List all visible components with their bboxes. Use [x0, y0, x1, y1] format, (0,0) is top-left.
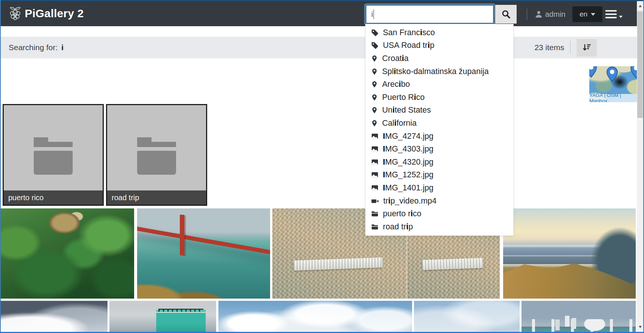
scroll-down-button[interactable] — [637, 322, 643, 332]
map-pin-icon — [628, 66, 638, 81]
suggestion-text: puerto rico — [383, 209, 421, 219]
raspberry-pi-icon — [8, 6, 22, 21]
pigallery2-app-window: PiGallery 2 i admin en — [0, 0, 644, 333]
suggestion-text: San Francisco — [383, 28, 435, 37]
map-pin-icon — [628, 66, 638, 80]
search-suggestion-item[interactable]: IMG_1252.jpg — [366, 169, 513, 182]
language-selected: en — [580, 10, 587, 18]
search-button[interactable] — [495, 5, 517, 24]
folder-tile-road-trip[interactable]: road trip — [106, 104, 207, 206]
navbar: PiGallery 2 i admin en — [0, 0, 637, 26]
folder-tile-puerto-rico[interactable]: puerto rico — [3, 104, 104, 206]
suggestion-text: Puerto Rico — [382, 93, 425, 102]
search-dropdown: San Francisco USA Road trip Croatia Spli… — [365, 24, 514, 236]
username-label: admin — [545, 10, 565, 19]
search-input[interactable]: i — [366, 5, 494, 24]
image-icon — [371, 184, 379, 192]
suggestion-text: Splitsko-dalmatinska županija — [382, 67, 489, 76]
map-pin-icon — [589, 66, 599, 80]
app-title: PiGallery 2 — [25, 7, 84, 20]
image-icon — [371, 132, 379, 140]
search-suggestion-item[interactable]: Puerto Rico — [366, 91, 513, 104]
suggestion-text: IMG_1252.jpg — [383, 170, 433, 180]
map-pin-icon — [589, 66, 599, 79]
search-status-bar: Searching for: i 23 items — [1, 37, 637, 58]
map-thumbnail[interactable]: YAGA | OSM | Mapbox — [589, 66, 638, 102]
photo-thumbnail-golden-gate-bridge[interactable] — [137, 208, 270, 299]
location-pin-icon — [371, 119, 378, 127]
video-icon — [371, 197, 379, 205]
suggestion-text: Arecibo — [382, 80, 410, 89]
suggestion-text: IMG_4274.jpg — [383, 132, 433, 141]
scrollbar-thumb[interactable] — [637, 11, 643, 118]
folder-icon — [34, 137, 73, 175]
search-suggestion-item[interactable]: Croatia — [366, 52, 513, 65]
folder-icon — [371, 223, 379, 231]
searching-for-label: Searching for: — [9, 43, 58, 52]
search-suggestion-item[interactable]: Splitsko-dalmatinska županija — [366, 65, 513, 78]
search-suggestion-item[interactable]: USA Road trip — [366, 39, 513, 52]
search-suggestion-item[interactable]: IMG_4320.jpg — [366, 156, 513, 169]
user-menu[interactable]: admin — [535, 1, 565, 27]
search-input-value: i — [371, 10, 373, 19]
photo-thumbnail-san-juan[interactable] — [521, 301, 636, 332]
search-suggestion-item[interactable]: United States — [366, 104, 513, 117]
search-query: i — [61, 43, 64, 52]
suggestion-text: United States — [382, 106, 431, 115]
sort-amount-down-icon — [582, 43, 592, 53]
suggestion-text: IMG_4303.jpg — [383, 144, 433, 154]
folder-caption: road trip — [107, 190, 206, 205]
search-suggestion-item[interactable]: IMG_1401.jpg — [366, 181, 513, 195]
suggestion-text: IMG_4320.jpg — [383, 158, 433, 167]
search-suggestion-item[interactable]: trip_video.mp4 — [366, 195, 513, 208]
location-pin-icon — [371, 106, 378, 114]
search-suggestion-item[interactable]: IMG_4303.jpg — [366, 143, 513, 156]
suggestion-text: IMG_1401.jpg — [383, 183, 433, 193]
photo-thumbnail-storm-clouds[interactable] — [0, 301, 108, 332]
status-divider — [570, 41, 571, 54]
magnifier-icon — [501, 9, 511, 19]
person-icon — [535, 10, 543, 18]
arrow-down-icon — [639, 326, 642, 328]
language-selector[interactable]: en — [572, 6, 602, 22]
image-icon — [371, 171, 379, 179]
photo-thumbnail-teal-building[interactable] — [109, 301, 216, 332]
chevron-down-icon — [619, 16, 623, 18]
suggestion-text: road trip — [383, 222, 413, 232]
item-count: 23 items — [535, 43, 564, 52]
search-suggestion-item[interactable]: IMG_4274.jpg — [366, 130, 513, 143]
search-suggestion-item[interactable]: California — [366, 117, 513, 130]
folder-icon — [137, 137, 176, 175]
tag-icon — [371, 42, 379, 49]
photo-thumbnail-pale-sky[interactable] — [414, 301, 520, 332]
photo-thumbnail-cumulus-sky[interactable] — [218, 301, 412, 332]
location-pin-icon — [371, 80, 378, 88]
text-cursor — [374, 9, 374, 19]
suggestion-text: USA Road trip — [383, 41, 434, 50]
main-menu-button[interactable] — [605, 10, 623, 19]
photo-thumbnail-mountain-ridge[interactable] — [503, 208, 636, 299]
photo-thumbnail-squirrel-in-ivy[interactable] — [0, 208, 134, 299]
suggestion-text: trip_video.mp4 — [383, 196, 436, 206]
app-brand[interactable]: PiGallery 2 — [8, 6, 84, 21]
window-border-left — [0, 0, 1, 333]
vertical-scrollbar[interactable] — [637, 1, 643, 332]
window-border-top — [0, 0, 644, 1]
arrow-up-icon — [639, 5, 642, 7]
folder-caption: puerto rico — [4, 190, 103, 205]
suggestion-text: Croatia — [382, 54, 409, 63]
location-pin-icon — [371, 55, 378, 62]
folder-icon — [371, 210, 379, 218]
suggestion-text: California — [382, 119, 417, 128]
search-suggestion-item[interactable]: puerto rico — [366, 207, 513, 220]
scroll-up-button[interactable] — [637, 1, 643, 11]
search-suggestion-item[interactable]: road trip — [366, 220, 513, 233]
chevron-down-icon — [591, 13, 595, 16]
location-pin-icon — [371, 94, 378, 101]
image-icon — [371, 158, 379, 166]
searching-for: Searching for: i — [9, 37, 64, 58]
search-suggestion-item[interactable]: Arecibo — [366, 78, 513, 91]
hamburger-icon — [605, 10, 617, 20]
sort-button[interactable] — [577, 39, 597, 56]
search-suggestion-item[interactable]: San Francisco — [366, 26, 513, 39]
